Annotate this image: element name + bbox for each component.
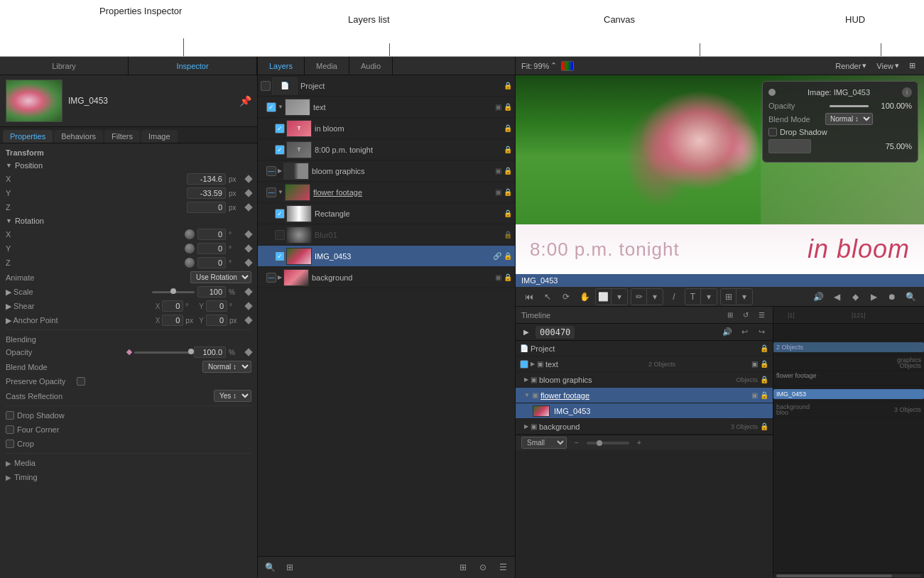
shear-keyframe[interactable]: [244, 302, 252, 310]
pen-tool[interactable]: ✏: [631, 289, 647, 305]
rot-z-input[interactable]: [197, 257, 226, 268]
timeline-grid-btn[interactable]: ⊞: [724, 310, 736, 321]
play-btn[interactable]: ▶: [520, 326, 533, 339]
layer-row-flower[interactable]: — ▼ flower footage ▣ 🔒: [258, 182, 515, 203]
layer-checkbox-8pm[interactable]: ✓: [275, 145, 285, 155]
color-swatch[interactable]: [561, 61, 574, 71]
target-btn[interactable]: ⊙: [475, 560, 491, 575]
layer-checkbox-bg[interactable]: —: [266, 273, 276, 283]
four-corner-checkbox[interactable]: [6, 425, 14, 434]
layer-checkbox-rect[interactable]: ✓: [275, 209, 285, 219]
timeline-zoom-slider[interactable]: [587, 442, 629, 445]
pb-redo-btn[interactable]: ↪: [754, 325, 768, 339]
timeline-row-project[interactable]: 📄 Project 🔒: [516, 341, 773, 356]
layer-row-rect[interactable]: ✓ Rectangle 🔒: [258, 203, 515, 224]
timeline-row-flower[interactable]: ▼ ▣ flower footage ▣ 🔒: [516, 388, 773, 403]
timeline-menu-btn[interactable]: ☰: [756, 310, 767, 321]
hud-info-btn[interactable]: i: [902, 87, 912, 97]
timeline-scrollbar[interactable]: [773, 572, 924, 578]
hud-opacity-slider[interactable]: [830, 105, 869, 107]
text-tool[interactable]: T: [685, 289, 701, 305]
layer-row-blur[interactable]: Blur01 🔒: [258, 224, 515, 246]
track-bar-img0453[interactable]: IMG_0453: [773, 389, 924, 399]
keyframe-prev-btn[interactable]: ◀: [829, 289, 844, 305]
pos-z-keyframe[interactable]: [244, 203, 252, 211]
layer-row-bg[interactable]: — ▶ background ▣ 🔒: [258, 267, 515, 288]
particles-chevron[interactable]: ▾: [737, 289, 752, 305]
scale-slider[interactable]: [152, 291, 195, 293]
layer-row-bloom[interactable]: — ▶ bloom graphics ▣ 🔒: [258, 160, 515, 182]
layer-checkbox-blur[interactable]: [275, 230, 285, 240]
pos-y-keyframe[interactable]: [244, 189, 252, 197]
zoom-minus-btn[interactable]: −: [571, 437, 582, 449]
layout-btn[interactable]: ⊞: [906, 60, 918, 71]
tl-expand-flower[interactable]: ▼: [524, 392, 530, 398]
hud-shadow-swatch[interactable]: [768, 139, 811, 153]
filters-subtab[interactable]: Filters: [104, 130, 140, 143]
pos-y-input[interactable]: [187, 187, 226, 199]
render-btn[interactable]: Render ▾: [832, 60, 869, 71]
layer-checkbox-project[interactable]: [261, 81, 271, 91]
rot-x-input[interactable]: [197, 229, 226, 240]
tl-expand-bloom[interactable]: ▶: [524, 376, 528, 383]
shear-x-input[interactable]: [162, 300, 183, 312]
text-chevron[interactable]: ▾: [701, 289, 717, 305]
timeline-row-bloom-g[interactable]: ▶ ▣ bloom graphics Objects 🔒: [516, 372, 773, 388]
shear-y-input[interactable]: [206, 300, 227, 312]
fit-chevron[interactable]: ⌃: [550, 61, 557, 70]
tl-expand-text[interactable]: ▶: [531, 361, 535, 367]
arrow-tool[interactable]: ↖: [540, 289, 555, 305]
timeline-loop-btn[interactable]: ↺: [740, 310, 751, 321]
shape-chevron[interactable]: ▾: [612, 289, 627, 305]
hud-drag-handle[interactable]: [768, 89, 776, 96]
anchor-x-input[interactable]: [162, 315, 183, 326]
layer-row-8pm[interactable]: ✓ T 8:00 p.m. tonight 🔒: [258, 139, 515, 160]
anchor-keyframe[interactable]: [244, 316, 252, 324]
layer-row-inbloom[interactable]: ✓ T in bloom 🔒: [258, 118, 515, 139]
particles-tool[interactable]: ⊞: [721, 289, 737, 305]
casts-select[interactable]: Yes ↕: [214, 390, 251, 402]
audio-btn[interactable]: 🔊: [810, 289, 826, 305]
grid-btn[interactable]: ⊞: [455, 560, 471, 575]
pos-x-input[interactable]: [187, 173, 226, 185]
media-tab[interactable]: Media: [305, 57, 349, 75]
layers-tab[interactable]: Layers: [258, 57, 305, 75]
audio-tab[interactable]: Audio: [349, 57, 393, 75]
scale-input[interactable]: [197, 286, 226, 298]
transform-tool[interactable]: ⟳: [558, 289, 574, 305]
anchor-y-input[interactable]: [206, 315, 227, 326]
rot-y-input[interactable]: [197, 243, 226, 254]
properties-subtab[interactable]: Properties: [3, 130, 53, 143]
layer-row-project[interactable]: 📄 Project 🔒: [258, 75, 515, 97]
rot-x-dial[interactable]: [185, 229, 195, 239]
animate-select[interactable]: Use Rotation: [190, 271, 251, 283]
inspector-tab[interactable]: Inspector: [129, 57, 257, 75]
blend-mode-select[interactable]: Normal ↕: [202, 361, 251, 373]
layer-checkbox-bloom[interactable]: —: [266, 166, 276, 176]
drop-shadow-checkbox[interactable]: [6, 411, 14, 420]
layer-row-img0453[interactable]: ✓ IMG_0453 🔗 🔒: [258, 246, 515, 267]
tl-expand-bg[interactable]: ▶: [524, 423, 528, 430]
pb-undo-btn[interactable]: ↩: [737, 325, 751, 339]
opacity-input[interactable]: [194, 347, 226, 358]
rot-y-keyframe[interactable]: [244, 244, 252, 252]
scrollbar-thumb[interactable]: [776, 574, 892, 577]
media-row[interactable]: ▶ Media: [0, 456, 257, 470]
opacity-keyframe[interactable]: [244, 348, 252, 356]
opacity-slider[interactable]: [134, 351, 191, 354]
layer-checkbox-inbloom[interactable]: ✓: [275, 124, 285, 133]
layer-checkbox-flower[interactable]: —: [266, 187, 276, 197]
add-group-btn[interactable]: ⊞: [282, 560, 298, 575]
crop-checkbox[interactable]: [6, 440, 14, 448]
inspector-pin-icon[interactable]: 📌: [239, 95, 251, 107]
record-btn[interactable]: ⏺: [884, 289, 900, 305]
pen-chevron[interactable]: ▾: [647, 289, 663, 305]
tl-checkbox-text[interactable]: [520, 360, 528, 369]
timing-row[interactable]: ▶ Timing: [0, 470, 257, 484]
view-btn[interactable]: View ▾: [874, 60, 902, 71]
rot-z-keyframe[interactable]: [244, 258, 252, 266]
pos-z-input[interactable]: [187, 202, 226, 213]
hud-shadow-checkbox[interactable]: [768, 128, 777, 136]
size-select[interactable]: Small Medium Large: [521, 437, 567, 449]
pb-audio-btn[interactable]: 🔊: [720, 325, 734, 339]
